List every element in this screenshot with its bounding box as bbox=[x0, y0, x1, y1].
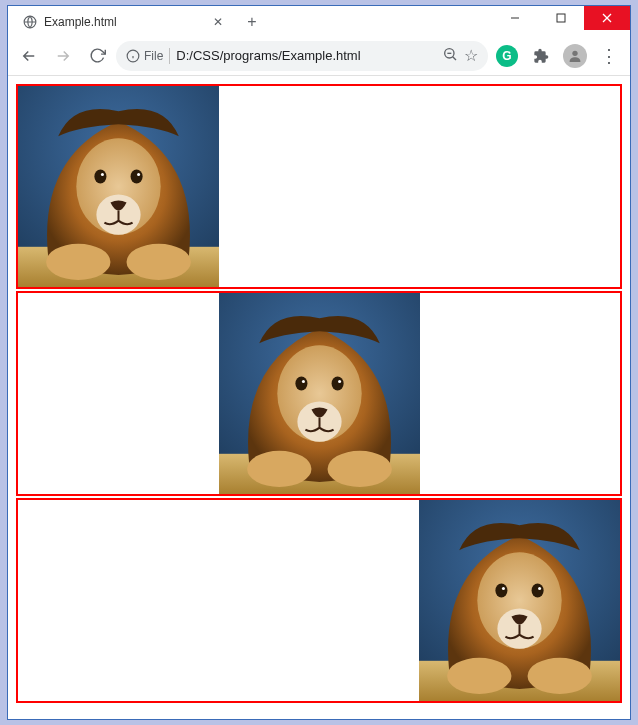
avatar-icon bbox=[563, 44, 587, 68]
svg-line-10 bbox=[453, 57, 456, 60]
svg-point-18 bbox=[101, 173, 104, 176]
lion-image bbox=[219, 293, 420, 494]
svg-point-30 bbox=[247, 451, 311, 487]
svg-point-20 bbox=[46, 244, 110, 280]
demo-box-left bbox=[16, 84, 622, 289]
globe-icon bbox=[22, 14, 38, 30]
address-bar[interactable]: File D:/CSS/programs/Example.html ☆ bbox=[116, 41, 488, 71]
back-button[interactable] bbox=[14, 41, 44, 71]
demo-box-right bbox=[16, 498, 622, 703]
svg-point-26 bbox=[295, 376, 307, 390]
lion-image bbox=[419, 500, 620, 701]
site-info-button[interactable]: File bbox=[126, 49, 163, 63]
svg-point-40 bbox=[447, 658, 511, 694]
svg-point-17 bbox=[131, 169, 143, 183]
tab-strip: Example.html ✕ + bbox=[8, 6, 492, 36]
svg-point-27 bbox=[331, 376, 343, 390]
svg-rect-2 bbox=[557, 14, 565, 22]
svg-point-11 bbox=[572, 50, 577, 55]
lion-image bbox=[18, 86, 219, 287]
url-text: D:/CSS/programs/Example.html bbox=[176, 48, 436, 63]
svg-point-41 bbox=[528, 658, 592, 694]
browser-tab[interactable]: Example.html ✕ bbox=[14, 8, 234, 36]
reload-button[interactable] bbox=[82, 41, 112, 71]
svg-point-38 bbox=[502, 587, 505, 590]
extensions-button[interactable] bbox=[526, 41, 556, 71]
zoom-icon[interactable] bbox=[442, 46, 458, 65]
svg-point-16 bbox=[94, 169, 106, 183]
file-label: File bbox=[144, 49, 163, 63]
svg-point-21 bbox=[127, 244, 191, 280]
separator bbox=[169, 48, 170, 64]
svg-point-31 bbox=[327, 451, 391, 487]
forward-button[interactable] bbox=[48, 41, 78, 71]
profile-button[interactable] bbox=[560, 41, 590, 71]
page-content bbox=[8, 76, 630, 719]
svg-point-39 bbox=[538, 587, 541, 590]
maximize-button[interactable] bbox=[538, 6, 584, 30]
svg-point-36 bbox=[495, 583, 507, 597]
window-controls bbox=[492, 6, 630, 30]
close-button[interactable] bbox=[584, 6, 630, 30]
menu-button[interactable]: ⋮ bbox=[594, 41, 624, 71]
tab-close-button[interactable]: ✕ bbox=[210, 14, 226, 30]
minimize-button[interactable] bbox=[492, 6, 538, 30]
grammarly-icon: G bbox=[496, 45, 518, 67]
titlebar: Example.html ✕ + bbox=[8, 6, 630, 36]
demo-box-center bbox=[16, 291, 622, 496]
svg-point-37 bbox=[532, 583, 544, 597]
extension-button[interactable]: G bbox=[492, 41, 522, 71]
svg-point-29 bbox=[338, 380, 341, 383]
browser-window: Example.html ✕ + bbox=[7, 5, 631, 720]
browser-toolbar: File D:/CSS/programs/Example.html ☆ G ⋮ bbox=[8, 36, 630, 76]
bookmark-icon[interactable]: ☆ bbox=[464, 46, 478, 65]
svg-point-19 bbox=[137, 173, 140, 176]
new-tab-button[interactable]: + bbox=[238, 8, 266, 36]
tab-title: Example.html bbox=[44, 15, 204, 29]
svg-point-28 bbox=[301, 380, 304, 383]
